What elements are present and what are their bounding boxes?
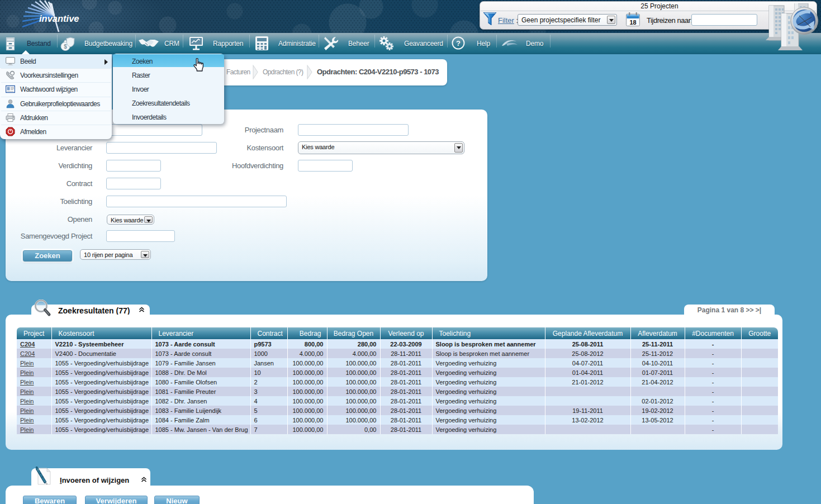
svg-text:invantive: invantive — [39, 13, 79, 23]
svg-text:?: ? — [456, 39, 461, 47]
svg-text:$: $ — [64, 44, 67, 50]
svg-text:18: 18 — [629, 19, 636, 26]
